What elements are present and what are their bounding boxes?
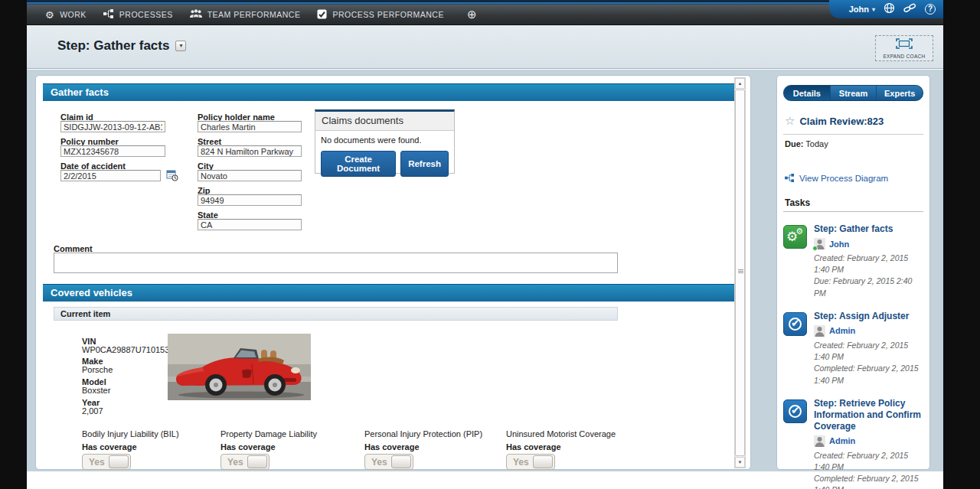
assignee-name[interactable]: Admin <box>829 326 855 335</box>
section-title: Covered vehicles <box>51 287 132 298</box>
claims-empty-message: No documents were found. <box>321 135 449 145</box>
view-process-diagram-link[interactable]: View Process Diagram <box>783 171 923 185</box>
page-header: Step: Gather facts ▾ EXPAND COACH <box>27 25 943 69</box>
tasks-header: Tasks <box>783 197 923 208</box>
running-task-icon: ⚙ ⚙ <box>783 225 807 249</box>
completed-task-icon: ✔ <box>783 312 807 336</box>
policy-holder-name-field[interactable] <box>198 121 302 132</box>
nav-label: WORK <box>60 10 87 19</box>
user-menu[interactable]: John ▾ <box>849 5 875 14</box>
vehicle-photo <box>168 334 311 400</box>
has-coverage-toggle[interactable]: Yes <box>364 454 413 470</box>
comment-field[interactable] <box>54 253 618 273</box>
left-letterbox <box>0 0 27 489</box>
toggle-value: Yes <box>227 457 243 468</box>
toggle-knob <box>391 455 411 468</box>
expand-coach-button[interactable]: EXPAND COACH <box>875 35 933 61</box>
claim-id-field[interactable] <box>60 121 165 132</box>
section-header-covered-vehicles: Covered vehicles <box>43 284 740 302</box>
add-tab-icon[interactable]: ⊕ <box>467 8 477 21</box>
favorite-star-icon[interactable]: ☆ <box>785 116 795 127</box>
zip-field[interactable] <box>198 194 302 206</box>
coverage-property-damage: Property Damage Liability Has coverage Y… <box>220 429 351 470</box>
user-session-tab: John ▾ ? <box>829 0 943 18</box>
link-icon[interactable] <box>903 2 916 16</box>
scroll-down-button[interactable]: ▼ <box>735 457 745 468</box>
scrollbar-thumb[interactable] <box>735 90 745 456</box>
help-icon[interactable]: ? <box>925 4 936 15</box>
claims-documents-title: Claims documents <box>315 112 454 131</box>
has-coverage-toggle[interactable]: Yes <box>220 454 270 470</box>
date-of-accident-field[interactable] <box>60 170 161 181</box>
due-value: Today <box>805 139 828 148</box>
street-field[interactable] <box>198 145 302 157</box>
claims-documents-panel: Claims documents No documents were found… <box>315 109 455 174</box>
assignee-name[interactable]: Admin <box>829 436 855 445</box>
completed-task-icon: ✔ <box>783 399 807 423</box>
process-diagram-icon <box>103 9 114 20</box>
task-title[interactable]: Step: Assign Adjuster <box>814 311 923 322</box>
current-item-bar: Current item <box>54 307 618 321</box>
expand-icon <box>896 38 913 52</box>
presence-online-dot <box>812 246 818 251</box>
main-navbar: ⚙ WORK PROCESSES TEAM PERFORMANCE <box>27 5 943 25</box>
create-document-button[interactable]: Create Document <box>321 151 396 177</box>
city-field[interactable] <box>198 170 302 181</box>
nav-item-process-performance[interactable]: PROCESS PERFORMANCE <box>317 9 443 21</box>
year-value: 2,007 <box>82 407 103 416</box>
has-coverage-toggle[interactable]: Yes <box>506 454 555 470</box>
task-dates: Created: February 2, 2015 1:40 PM Comple… <box>814 450 923 489</box>
has-coverage-label: Has coverage <box>506 442 636 452</box>
task-title[interactable]: Step: Gather facts <box>814 223 923 235</box>
calendar-icon[interactable] <box>166 169 178 184</box>
coach-panel: Gather facts Claim id Policy number Date… <box>35 75 751 470</box>
coverage-pip: Personal Injury Protection (PIP) Has cov… <box>364 429 495 470</box>
view-process-diagram-label: View Process Diagram <box>799 174 888 183</box>
section-title: Gather facts <box>51 86 109 98</box>
coverage-uninsured-motorist: Uninsured Motorist Coverage Has coverage… <box>506 429 636 470</box>
task-item-retrieve-policy[interactable]: ✔ Step: Retrieve Policy Information and … <box>783 398 923 489</box>
tab-stream[interactable]: Stream <box>831 86 877 100</box>
policy-number-field[interactable] <box>60 145 165 157</box>
sidebar-tabbar: Details Stream Experts <box>783 85 923 101</box>
checkbox-icon <box>317 9 327 21</box>
model-value: Boxster <box>82 386 110 395</box>
globe-icon[interactable] <box>884 2 895 17</box>
tab-details[interactable]: Details <box>784 86 831 100</box>
app-window: ⚙ WORK PROCESSES TEAM PERFORMANCE <box>27 0 943 489</box>
task-dates: Created: February 2, 2015 1:40 PM Comple… <box>814 340 923 386</box>
has-coverage-label: Has coverage <box>364 442 495 452</box>
refresh-button[interactable]: Refresh <box>400 151 449 177</box>
tab-experts[interactable]: Experts <box>877 86 923 100</box>
state-field[interactable] <box>198 219 302 230</box>
task-item-gather-facts[interactable]: ⚙ ⚙ Step: Gather facts John <box>783 223 923 299</box>
has-coverage-toggle[interactable]: Yes <box>82 454 131 470</box>
toggle-value: Yes <box>371 457 387 468</box>
details-sidebar: Details Stream Experts ☆ Claim Review:82… <box>776 75 930 470</box>
task-item-assign-adjuster[interactable]: ✔ Step: Assign Adjuster Admin Created: F… <box>783 311 923 386</box>
coverage-name: Bodily Injury Liability (BIL) <box>82 429 212 438</box>
assignee-name[interactable]: John <box>829 240 849 249</box>
task-dates: Created: February 2, 2015 1:40 PM Due: F… <box>814 253 923 299</box>
nav-item-work[interactable]: ⚙ WORK <box>45 10 87 20</box>
nav-item-team-performance[interactable]: TEAM PERFORMANCE <box>190 9 301 20</box>
content-area: Gather facts Claim id Policy number Date… <box>27 70 943 489</box>
vertical-scrollbar[interactable]: ▲ ▼ <box>734 77 746 468</box>
toggle-knob <box>247 455 267 468</box>
section-header-gather-facts: Gather facts <box>43 83 740 101</box>
nav-item-processes[interactable]: PROCESSES <box>103 9 173 20</box>
avatar <box>814 238 825 249</box>
coverage-name: Uninsured Motorist Coverage <box>506 429 636 438</box>
title-dropdown-button[interactable]: ▾ <box>175 41 186 51</box>
task-title[interactable]: Step: Retrieve Policy Information and Co… <box>814 398 923 432</box>
expand-coach-label: EXPAND COACH <box>883 54 925 59</box>
coverage-bil: Bodily Injury Liability (BIL) Has covera… <box>82 429 212 470</box>
right-letterbox <box>943 0 980 489</box>
has-coverage-label: Has coverage <box>220 442 351 452</box>
gear-icon: ⚙ <box>45 10 54 20</box>
toggle-value: Yes <box>89 457 105 468</box>
toggle-knob <box>109 455 129 468</box>
make-value: Porsche <box>82 366 113 374</box>
scroll-up-button[interactable]: ▲ <box>735 78 745 89</box>
coverage-name: Property Damage Liability <box>220 429 351 438</box>
